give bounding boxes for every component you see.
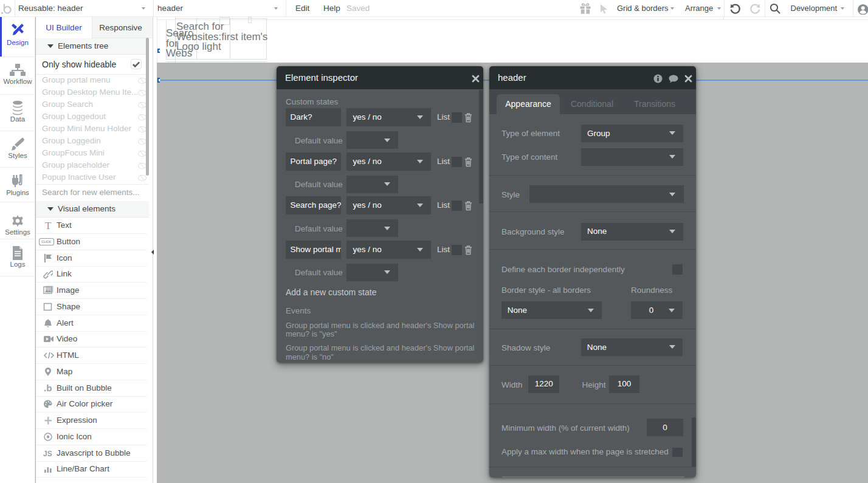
svg-text:CLICK: CLICK (41, 240, 51, 244)
svg-text:T: T (45, 220, 52, 231)
svg-text:JS: JS (43, 449, 52, 457)
svg-text:.b: .b (44, 383, 52, 393)
